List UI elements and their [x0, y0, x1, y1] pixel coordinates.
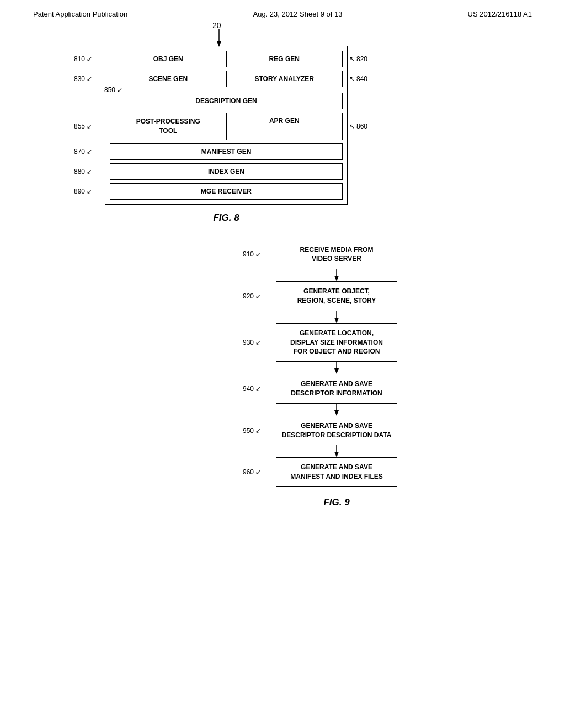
svg-marker-5	[334, 318, 339, 323]
box-description-gen: DESCRIPTION GEN	[110, 93, 343, 109]
box-940: GENERATE AND SAVEDESCRIPTOR INFORMATION	[276, 374, 397, 404]
box-950: GENERATE AND SAVEDESCRIPTOR DESCRIPTION …	[276, 416, 397, 446]
label-830: 830 ↙	[74, 75, 92, 83]
label-855: 855 ↙	[74, 122, 92, 130]
box-manifest-gen: MANIFEST GEN	[110, 143, 343, 160]
arrow-930-940	[276, 362, 397, 374]
box-mge-receiver: MGE RECEIVER	[110, 183, 343, 200]
box-post-processing: POST-PROCESSINGTOOL	[110, 113, 227, 140]
label-870: 870 ↙	[74, 148, 92, 156]
arrow-950-960	[276, 445, 397, 457]
label-810: 810 ↙	[74, 55, 92, 63]
box-obj-gen: OBJ GEN	[110, 51, 227, 67]
svg-marker-9	[334, 410, 339, 416]
arrow-20-down	[215, 29, 223, 47]
svg-marker-11	[334, 452, 339, 457]
box-reg-gen: REG GEN	[227, 51, 343, 67]
label-840: ↖ 840	[349, 75, 367, 83]
label-960: 960 ↙	[243, 468, 261, 476]
svg-marker-7	[334, 368, 339, 374]
box-910: RECEIVE MEDIA FROMVIDEO SERVER	[276, 240, 397, 270]
svg-marker-3	[334, 276, 339, 281]
box-apr-gen: APR GEN	[227, 113, 343, 140]
patent-header: Patent Application Publication Aug. 23, …	[0, 0, 565, 18]
label-880: 880 ↙	[74, 168, 92, 175]
arrow-940-950	[276, 404, 397, 416]
label-860: ↖ 860	[349, 122, 367, 130]
main-content: 20 810 ↙ OBJ GEN REG GEN ↖ 820	[0, 18, 565, 519]
arrow-910-920	[276, 269, 397, 281]
header-right: US 2012/216118 A1	[468, 10, 532, 18]
label-910: 910 ↙	[243, 250, 261, 258]
label-920: 920 ↙	[243, 292, 261, 300]
label-850: 850 ↙	[104, 86, 122, 94]
box-scene-gen: SCENE GEN	[110, 71, 227, 87]
label-930: 930 ↙	[243, 339, 261, 346]
box-960: GENERATE AND SAVEMANIFEST AND INDEX FILE…	[276, 457, 397, 487]
header-middle: Aug. 23, 2012 Sheet 9 of 13	[253, 10, 342, 18]
arrow-920-930	[276, 311, 397, 323]
header-left: Patent Application Publication	[33, 10, 127, 18]
box-920: GENERATE OBJECT,REGION, SCENE, STORY	[276, 281, 397, 311]
label-950: 950 ↙	[243, 427, 261, 435]
fig9-caption: FIG. 9	[276, 497, 397, 508]
fig8-caption: FIG. 8	[105, 212, 348, 223]
label-940: 940 ↙	[243, 385, 261, 393]
fig8-label-20: 20	[212, 21, 221, 30]
label-820: ↖ 820	[349, 55, 367, 63]
box-index-gen: INDEX GEN	[110, 163, 343, 180]
box-story-analyzer: STORY ANALYZER	[227, 71, 343, 87]
box-930: GENERATE LOCATION,DISPLAY SIZE INFORMATI…	[276, 323, 397, 362]
label-890: 890 ↙	[74, 188, 92, 195]
